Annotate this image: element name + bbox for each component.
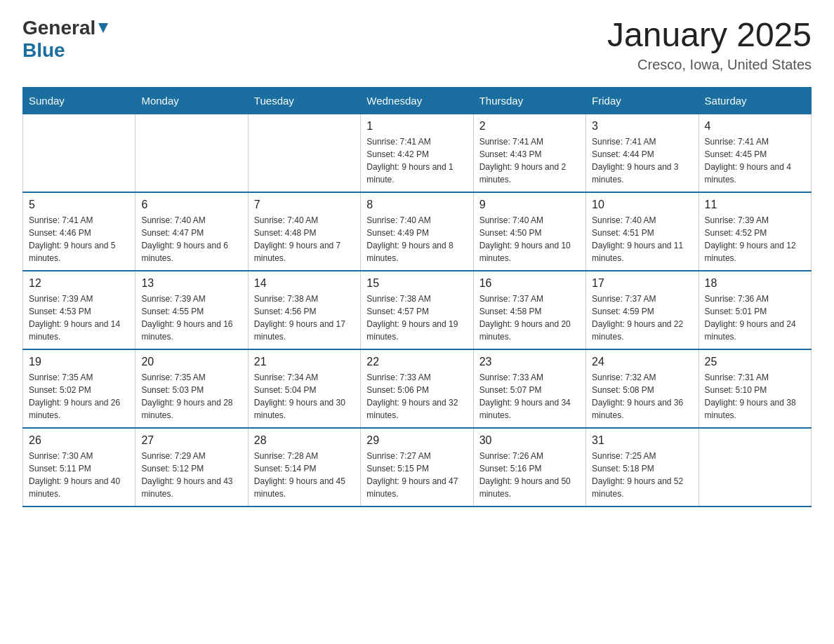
day-info: Sunrise: 7:34 AMSunset: 5:04 PMDaylight:…: [254, 371, 355, 422]
day-number: 26: [29, 434, 129, 447]
calendar-cell: 11Sunrise: 7:39 AMSunset: 4:52 PMDayligh…: [699, 192, 811, 271]
day-info: Sunrise: 7:28 AMSunset: 5:14 PMDaylight:…: [254, 450, 355, 500]
calendar-cell: 4Sunrise: 7:41 AMSunset: 4:45 PMDaylight…: [699, 114, 811, 192]
day-info: Sunrise: 7:41 AMSunset: 4:42 PMDaylight:…: [366, 135, 467, 186]
calendar-cell: 23Sunrise: 7:33 AMSunset: 5:07 PMDayligh…: [473, 349, 585, 428]
day-number: 11: [705, 199, 805, 211]
weekday-header-friday: Friday: [586, 87, 699, 114]
day-info: Sunrise: 7:38 AMSunset: 4:56 PMDaylight:…: [254, 293, 355, 343]
calendar-cell: 16Sunrise: 7:37 AMSunset: 4:58 PMDayligh…: [473, 271, 585, 349]
day-number: 5: [29, 199, 129, 211]
calendar-cell: 17Sunrise: 7:37 AMSunset: 4:59 PMDayligh…: [586, 271, 699, 349]
calendar-cell: 12Sunrise: 7:39 AMSunset: 4:53 PMDayligh…: [23, 271, 135, 349]
day-number: 2: [479, 120, 580, 133]
calendar-cell: 25Sunrise: 7:31 AMSunset: 5:10 PMDayligh…: [699, 349, 811, 428]
day-number: 22: [366, 356, 467, 368]
day-info: Sunrise: 7:30 AMSunset: 5:11 PMDaylight:…: [29, 450, 129, 500]
day-info: Sunrise: 7:26 AMSunset: 5:16 PMDaylight:…: [479, 450, 580, 500]
day-info: Sunrise: 7:40 AMSunset: 4:48 PMDaylight:…: [254, 214, 355, 264]
weekday-header-tuesday: Tuesday: [248, 87, 360, 114]
day-number: 13: [141, 277, 241, 290]
calendar-cell: 6Sunrise: 7:40 AMSunset: 4:47 PMDaylight…: [135, 192, 248, 271]
day-number: 29: [366, 434, 467, 447]
calendar-cell: [248, 114, 360, 192]
day-number: 19: [29, 356, 129, 368]
day-number: 14: [254, 277, 355, 290]
day-number: 28: [254, 434, 355, 447]
logo-arrow-icon: [97, 22, 110, 34]
calendar-cell: 3Sunrise: 7:41 AMSunset: 4:44 PMDaylight…: [586, 114, 699, 192]
day-info: Sunrise: 7:40 AMSunset: 4:50 PMDaylight:…: [479, 214, 580, 264]
day-number: 17: [592, 277, 692, 290]
calendar-cell: 20Sunrise: 7:35 AMSunset: 5:03 PMDayligh…: [135, 349, 248, 428]
day-number: 25: [705, 356, 805, 368]
calendar-cell: 26Sunrise: 7:30 AMSunset: 5:11 PMDayligh…: [23, 428, 135, 507]
day-info: Sunrise: 7:40 AMSunset: 4:49 PMDaylight:…: [366, 214, 467, 264]
day-info: Sunrise: 7:41 AMSunset: 4:44 PMDaylight:…: [592, 135, 692, 186]
calendar-cell: [135, 114, 248, 192]
day-number: 1: [366, 120, 467, 133]
day-number: 16: [479, 277, 580, 290]
day-number: 31: [592, 434, 692, 447]
calendar-cell: 1Sunrise: 7:41 AMSunset: 4:42 PMDaylight…: [361, 114, 473, 192]
day-info: Sunrise: 7:35 AMSunset: 5:03 PMDaylight:…: [141, 371, 241, 422]
calendar-cell: [699, 428, 811, 507]
calendar-week-3: 12Sunrise: 7:39 AMSunset: 4:53 PMDayligh…: [23, 271, 812, 349]
day-number: 27: [141, 434, 241, 447]
calendar-week-5: 26Sunrise: 7:30 AMSunset: 5:11 PMDayligh…: [23, 428, 812, 507]
day-number: 21: [254, 356, 355, 368]
day-info: Sunrise: 7:39 AMSunset: 4:52 PMDaylight:…: [705, 214, 805, 264]
day-info: Sunrise: 7:38 AMSunset: 4:57 PMDaylight:…: [366, 293, 467, 343]
title-block: January 2025 Cresco, Iowa, United States: [607, 17, 812, 73]
calendar-cell: [23, 114, 135, 192]
logo: General Blue: [22, 17, 110, 62]
day-info: Sunrise: 7:36 AMSunset: 5:01 PMDaylight:…: [705, 293, 805, 343]
calendar-cell: 15Sunrise: 7:38 AMSunset: 4:57 PMDayligh…: [361, 271, 473, 349]
calendar-cell: 28Sunrise: 7:28 AMSunset: 5:14 PMDayligh…: [248, 428, 360, 507]
calendar-cell: 27Sunrise: 7:29 AMSunset: 5:12 PMDayligh…: [135, 428, 248, 507]
day-info: Sunrise: 7:25 AMSunset: 5:18 PMDaylight:…: [592, 450, 692, 500]
weekday-header-thursday: Thursday: [473, 87, 585, 114]
calendar-cell: 14Sunrise: 7:38 AMSunset: 4:56 PMDayligh…: [248, 271, 360, 349]
day-info: Sunrise: 7:41 AMSunset: 4:43 PMDaylight:…: [479, 135, 580, 186]
day-number: 23: [479, 356, 580, 368]
calendar-cell: 19Sunrise: 7:35 AMSunset: 5:02 PMDayligh…: [23, 349, 135, 428]
day-info: Sunrise: 7:40 AMSunset: 4:47 PMDaylight:…: [141, 214, 241, 264]
day-number: 30: [479, 434, 580, 447]
month-title: January 2025: [607, 17, 812, 54]
day-info: Sunrise: 7:41 AMSunset: 4:45 PMDaylight:…: [705, 135, 805, 186]
weekday-header-sunday: Sunday: [23, 87, 135, 114]
calendar-table: SundayMondayTuesdayWednesdayThursdayFrid…: [22, 87, 812, 507]
location-title: Cresco, Iowa, United States: [607, 57, 812, 73]
day-number: 12: [29, 277, 129, 290]
day-number: 24: [592, 356, 692, 368]
calendar-cell: 30Sunrise: 7:26 AMSunset: 5:16 PMDayligh…: [473, 428, 585, 507]
calendar-cell: 5Sunrise: 7:41 AMSunset: 4:46 PMDaylight…: [23, 192, 135, 271]
calendar-cell: 29Sunrise: 7:27 AMSunset: 5:15 PMDayligh…: [361, 428, 473, 507]
weekday-header-saturday: Saturday: [699, 87, 811, 114]
day-info: Sunrise: 7:35 AMSunset: 5:02 PMDaylight:…: [29, 371, 129, 422]
logo-blue-text: Blue: [22, 39, 65, 61]
day-info: Sunrise: 7:37 AMSunset: 4:59 PMDaylight:…: [592, 293, 692, 343]
svg-marker-0: [98, 23, 108, 33]
day-number: 10: [592, 199, 692, 211]
calendar-cell: 7Sunrise: 7:40 AMSunset: 4:48 PMDaylight…: [248, 192, 360, 271]
calendar-cell: 2Sunrise: 7:41 AMSunset: 4:43 PMDaylight…: [473, 114, 585, 192]
calendar-week-1: 1Sunrise: 7:41 AMSunset: 4:42 PMDaylight…: [23, 114, 812, 192]
calendar-cell: 21Sunrise: 7:34 AMSunset: 5:04 PMDayligh…: [248, 349, 360, 428]
calendar-cell: 22Sunrise: 7:33 AMSunset: 5:06 PMDayligh…: [361, 349, 473, 428]
day-info: Sunrise: 7:39 AMSunset: 4:55 PMDaylight:…: [141, 293, 241, 343]
day-info: Sunrise: 7:32 AMSunset: 5:08 PMDaylight:…: [592, 371, 692, 422]
day-number: 9: [479, 199, 580, 211]
page-header: General Blue January 2025 Cresco, Iowa, …: [22, 17, 812, 73]
day-number: 4: [705, 120, 805, 133]
day-number: 3: [592, 120, 692, 133]
day-info: Sunrise: 7:41 AMSunset: 4:46 PMDaylight:…: [29, 214, 129, 264]
day-number: 7: [254, 199, 355, 211]
day-info: Sunrise: 7:39 AMSunset: 4:53 PMDaylight:…: [29, 293, 129, 343]
calendar-week-2: 5Sunrise: 7:41 AMSunset: 4:46 PMDaylight…: [23, 192, 812, 271]
calendar-cell: 31Sunrise: 7:25 AMSunset: 5:18 PMDayligh…: [586, 428, 699, 507]
weekday-header-monday: Monday: [135, 87, 248, 114]
day-info: Sunrise: 7:37 AMSunset: 4:58 PMDaylight:…: [479, 293, 580, 343]
calendar-cell: 8Sunrise: 7:40 AMSunset: 4:49 PMDaylight…: [361, 192, 473, 271]
